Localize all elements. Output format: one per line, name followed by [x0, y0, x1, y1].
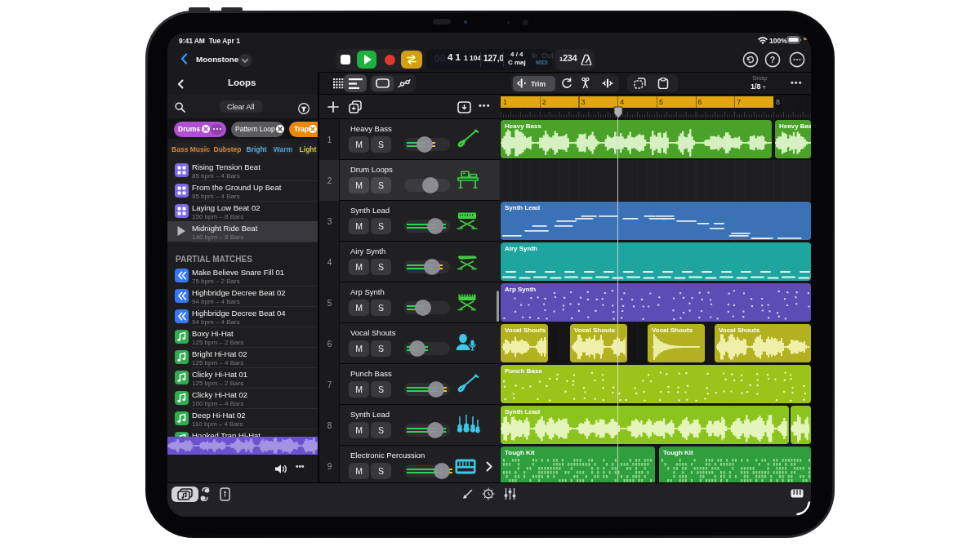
svg-text:?: ?: [770, 55, 775, 64]
svg-text:100%: 100%: [769, 37, 787, 45]
